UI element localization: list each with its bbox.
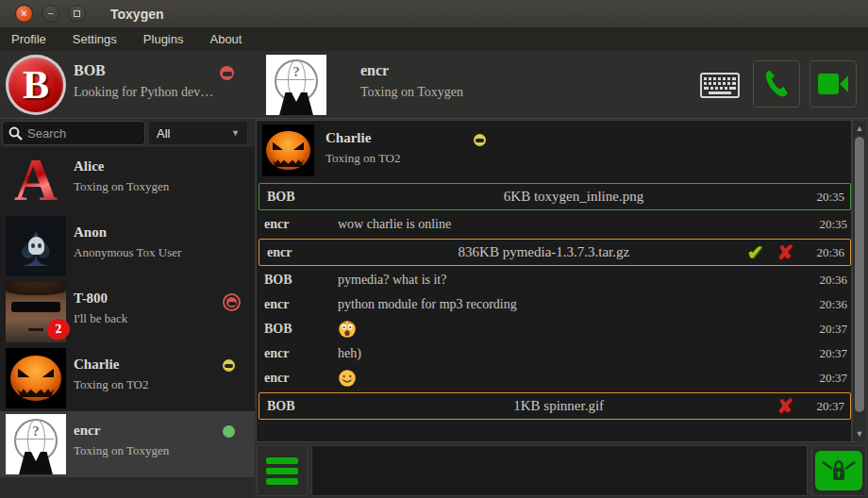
window-title: Toxygen — [110, 7, 164, 22]
menu-profile[interactable]: Profile — [0, 28, 59, 51]
sunglasses — [11, 302, 60, 312]
message-timestamp: 20:37 — [810, 371, 852, 386]
message-timestamp: 20:37 — [807, 399, 850, 414]
send-button-container — [811, 445, 866, 496]
encrypted-send-icon — [820, 456, 858, 485]
pumpkin-avatar — [6, 348, 66, 408]
video-camera-icon — [817, 72, 849, 96]
avatar-letter: A — [14, 150, 58, 210]
sidebar: All ▼ AAliceToxing on Toxygen♠AnonAnonym… — [0, 119, 255, 498]
contact-item-encr[interactable]: ?encrToxing on Toxygen — [0, 411, 255, 477]
busy-status-icon — [223, 293, 241, 311]
menu-bar: ProfileSettingsPluginsAbout — [0, 28, 868, 51]
video-call-button[interactable] — [810, 60, 857, 108]
self-status-message: Looking for Python dev… — [74, 85, 213, 100]
contact-item-t-800[interactable]: T-800I'll be back2 — [0, 279, 255, 345]
menu-about[interactable]: About — [196, 28, 255, 51]
file-transfer-row: encr836KB pymedia-1.3.7.3.tar.gz✔✘20:36 — [259, 239, 851, 266]
message-row: BOB20:37 — [257, 317, 852, 341]
window-controls: × − — [15, 5, 86, 23]
message-input[interactable] — [311, 445, 808, 496]
message-row: encrpython module for mp3 recording20:36 — [257, 292, 852, 317]
message-timestamp: 20:37 — [810, 322, 852, 337]
contact-item-anon[interactable]: ♠AnonAnonymous Tox User — [0, 213, 255, 279]
chevron-down-icon: ▼ — [231, 128, 240, 138]
chat-area: Charlie Toxing on TO2 BOB6KB toxygen_inl… — [255, 119, 868, 498]
skull-icon — [28, 237, 44, 255]
chat-peer-name: Charlie — [326, 130, 371, 146]
menu-plugins[interactable]: Plugins — [130, 28, 197, 51]
avatar-letter: B — [23, 62, 49, 108]
away-status-icon — [474, 134, 486, 146]
accept-file-button[interactable]: ✔ — [747, 242, 764, 262]
message-sender: encr — [257, 346, 338, 361]
message-timestamp: 20:36 — [810, 297, 852, 312]
self-name: BOB — [74, 62, 106, 79]
chat-menu-button[interactable] — [257, 445, 308, 496]
chat-peer-avatar — [262, 124, 314, 176]
header: B BOB Looking for Python dev… ? encr Tox… — [0, 51, 868, 119]
message-text: python module for mp3 recording — [338, 297, 810, 312]
message-sender: encr — [257, 297, 338, 312]
scroll-down-icon[interactable]: ▼ — [853, 427, 866, 440]
shocked-emoji-icon — [338, 320, 357, 339]
filter-value: All — [157, 126, 170, 141]
unread-count-badge: 2 — [46, 318, 70, 340]
close-window-button[interactable]: × — [15, 5, 33, 23]
file-transfer-label: 6KB toxygen_inline.png — [341, 189, 807, 205]
decline-file-button[interactable]: ✘ — [776, 396, 793, 416]
contact-item-charlie[interactable]: CharlieToxing on TO2 — [0, 345, 255, 411]
search-box — [2, 121, 145, 145]
file-transfer-label: 1KB spinner.gif — [341, 398, 776, 414]
mouth — [28, 328, 42, 331]
spade-avatar: ♠ — [6, 216, 66, 276]
message-rows: BOB6KB toxygen_inline.png20:35encrwow ch… — [257, 181, 852, 422]
minimize-window-button[interactable]: − — [42, 5, 59, 23]
audio-call-button[interactable] — [753, 60, 800, 108]
toxygen-window: × − Toxygen ProfileSettingsPluginsAbout … — [0, 0, 868, 498]
file-transfer-label: 836KB pymedia-1.3.7.3.tar.gz — [341, 244, 747, 260]
self-avatar[interactable]: B — [6, 55, 66, 115]
menu-settings[interactable]: Settings — [59, 28, 130, 51]
messages-scrollbar[interactable]: ▲ ▼ — [852, 120, 867, 442]
keyboard-icon[interactable] — [700, 73, 740, 98]
contact-name: T-800 — [74, 290, 108, 307]
anonymous-question-mark: ? — [266, 64, 326, 80]
message-row: encrheh)20:37 — [257, 341, 852, 366]
message-sender: BOB — [259, 190, 341, 205]
letter-a-avatar: A — [6, 150, 66, 210]
smile-emoji-icon — [338, 369, 357, 388]
message-row: BOBpymedia? what is it?20:36 — [257, 268, 852, 292]
message-timestamp: 20:37 — [810, 346, 852, 361]
active-contact-status: Toxing on Toxygen — [360, 85, 463, 100]
anonymous-question-mark: ? — [6, 423, 66, 440]
maximize-window-button[interactable] — [68, 5, 86, 23]
file-transfer-actions: ✘ — [776, 396, 793, 416]
contact-item-alice[interactable]: AAliceToxing on Toxygen — [0, 147, 255, 213]
decline-file-button[interactable]: ✘ — [776, 242, 793, 262]
message-sender: encr — [259, 245, 341, 260]
message-timestamp: 20:35 — [807, 190, 850, 205]
message-sender: encr — [257, 371, 338, 386]
message-sender: BOB — [259, 399, 341, 414]
message-timestamp: 20:35 — [810, 217, 852, 232]
contact-filter-dropdown[interactable]: All ▼ — [148, 121, 248, 145]
self-profile[interactable]: B BOB Looking for Python dev… — [0, 51, 255, 119]
scrollbar-thumb[interactable] — [855, 137, 864, 412]
active-contact-avatar: ? — [266, 55, 326, 115]
contact-status-message: I'll be back — [74, 311, 127, 326]
hair — [6, 282, 66, 295]
send-message-button[interactable] — [815, 451, 862, 490]
search-input[interactable] — [27, 126, 131, 141]
contact-name: Anon — [74, 224, 107, 241]
file-transfer-actions: ✔✘ — [747, 242, 793, 262]
chat-peer-status: Toxing on TO2 — [326, 151, 401, 166]
maximize-icon — [74, 10, 80, 17]
file-transfer-row: BOB1KB spinner.gif✘20:37 — [259, 392, 851, 420]
busy-status-icon[interactable] — [220, 66, 234, 80]
phone-icon — [761, 69, 792, 99]
contact-name: Alice — [74, 158, 104, 174]
scroll-up-icon[interactable]: ▲ — [853, 122, 866, 135]
message-sender: BOB — [257, 322, 338, 337]
composer — [255, 443, 868, 498]
